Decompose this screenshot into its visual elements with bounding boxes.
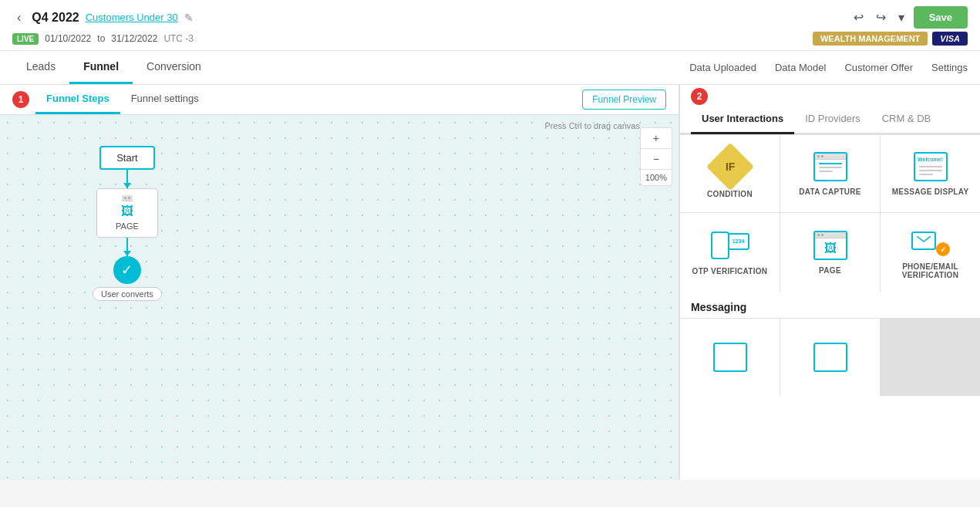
tab-funnel[interactable]: Funnel (69, 51, 133, 84)
panel-badge-row: 2 (680, 85, 980, 105)
otp-icon: 1234 (711, 230, 749, 261)
msg-icon-2 (813, 343, 847, 372)
end-node-label: User converts (93, 287, 162, 301)
data-capture-label: DATA CAPTURE (799, 188, 861, 196)
page-component[interactable]: 🖼 PAGE (780, 213, 880, 292)
condition-if-text: IF (725, 160, 734, 172)
funnel-preview-button[interactable]: Funnel Preview (582, 90, 666, 110)
msg-line-3 (919, 174, 933, 175)
phone-email-component[interactable]: ✓ PHONE/EMAIL VERIFICATION (881, 213, 980, 292)
end-node[interactable]: ✓ (113, 256, 141, 284)
nav-tabs-left: Leads Funnel Conversion (12, 51, 215, 84)
otp-label: OTP VERIFICATION (692, 267, 768, 275)
msg-icon-1 (713, 343, 747, 372)
date-row: LIVE 01/10/2022 to 31/12/2022 UTC -3 WEA… (12, 32, 968, 46)
messaging-section: Messaging (680, 292, 980, 402)
save-button[interactable]: Save (914, 6, 968, 29)
nav-data-model[interactable]: Data Model (775, 62, 826, 73)
node-page-header (122, 195, 133, 201)
nav-tabs-right: Data Uploaded Data Model Customer Offer … (689, 62, 968, 73)
flow-arrow-1 (126, 170, 128, 188)
funnel-step-badge: 1 (12, 91, 29, 108)
tab-leads[interactable]: Leads (12, 51, 69, 84)
canvas-hint: Press Ctrl to drag canvas (545, 121, 641, 130)
funnel-panel-tabs: 1 Funnel Steps Funnel settings Funnel Pr… (0, 85, 679, 115)
node-page-body: 🖼 (121, 204, 133, 218)
page-icon-body: 🖼 (815, 238, 846, 259)
message-display-component[interactable]: Welcome! MESSAGE DISPLAY (881, 135, 980, 212)
back-button[interactable]: ‹ (12, 9, 25, 26)
nav-customer-offer[interactable]: Customer Offer (844, 62, 913, 73)
header-right: ↩ ↪ ▾ Save (850, 6, 968, 29)
funnel-tab-settings[interactable]: Funnel settings (120, 85, 210, 114)
message-display-label: MESSAGE DISPLAY (892, 188, 969, 196)
comp-tab-crm-db[interactable]: CRM & DB (871, 105, 942, 134)
wealth-badge: WEALTH MANAGEMENT (813, 32, 928, 46)
undo-button[interactable]: ↩ (850, 7, 867, 28)
messaging-grid (680, 318, 980, 396)
flow-arrow-2 (126, 238, 128, 256)
condition-label: CONDITION (707, 190, 753, 198)
welcome-text: Welcome! (915, 157, 946, 162)
dc-line-2 (819, 167, 842, 168)
components-grid: IF CONDITION DATA CAPTURE (680, 134, 980, 292)
edit-icon[interactable]: ✎ (184, 12, 194, 24)
zoom-in-button[interactable]: + (647, 128, 665, 148)
dc-header (815, 154, 846, 160)
nav-data-uploaded[interactable]: Data Uploaded (689, 62, 756, 73)
zoom-out-button[interactable]: − (647, 149, 665, 169)
funnel-tab-steps[interactable]: Funnel Steps (35, 85, 120, 114)
start-node[interactable]: Start (99, 146, 154, 170)
comp-panel-tabs: User Interactions ID Providers CRM & DB (680, 105, 980, 134)
page-image-icon: 🖼 (121, 204, 133, 218)
dc-dot-2 (821, 155, 823, 157)
header-left: ‹ Q4 2022 Customers Under 30 ✎ (12, 9, 194, 26)
condition-icon: IF (706, 142, 753, 190)
funnel-panel: 1 Funnel Steps Funnel settings Funnel Pr… (0, 85, 679, 480)
components-badge: 2 (691, 88, 708, 105)
date-from: 01/10/2022 (45, 33, 91, 44)
top-header: ‹ Q4 2022 Customers Under 30 ✎ ↩ ↪ ▾ Sav… (0, 0, 980, 51)
data-capture-icon (813, 152, 847, 181)
nav-settings[interactable]: Settings (931, 62, 968, 73)
check-badge: ✓ (936, 242, 950, 256)
comp-tab-user-interactions[interactable]: User Interactions (691, 105, 794, 134)
envelope-svg (917, 236, 931, 245)
header-row-1: ‹ Q4 2022 Customers Under 30 ✎ ↩ ↪ ▾ Sav… (12, 6, 968, 29)
funnel-flow: Start 🖼 PAGE ✓ User converts (93, 146, 162, 301)
otp-number: 1234 (732, 238, 745, 244)
phone-email-icon: ✓ (911, 225, 950, 256)
main-content: 1 Funnel Steps Funnel settings Funnel Pr… (0, 85, 980, 480)
page-dot-2 (128, 197, 130, 199)
dc-dot-1 (817, 155, 820, 157)
envelope-icon (911, 232, 936, 250)
components-panel: 2 User Interactions ID Providers CRM & D… (679, 85, 980, 480)
date-left: LIVE 01/10/2022 to 31/12/2022 UTC -3 (12, 33, 194, 45)
otp-card: 1234 (728, 233, 749, 250)
utc-label: UTC -3 (163, 33, 194, 44)
segment-link[interactable]: Customers Under 30 (86, 12, 178, 23)
data-capture-component[interactable]: DATA CAPTURE (780, 135, 880, 212)
otp-phone (711, 232, 729, 259)
redo-button[interactable]: ↪ (873, 7, 889, 28)
date-separator: to (97, 33, 105, 44)
page-comp-label: PAGE (819, 266, 841, 275)
dropdown-button[interactable]: ▾ (895, 7, 908, 28)
page-node[interactable]: 🖼 PAGE (96, 188, 158, 238)
msg-line-1 (919, 166, 942, 167)
tab-conversion[interactable]: Conversion (133, 51, 215, 84)
date-to: 31/12/2022 (111, 33, 157, 44)
zoom-controls: + − 100% (640, 127, 672, 186)
page-icon-header (815, 232, 846, 238)
messaging-item-1[interactable] (680, 319, 780, 396)
comp-tab-id-providers[interactable]: ID Providers (794, 105, 871, 134)
zoom-level: 100% (641, 170, 672, 185)
page-node-label: PAGE (116, 221, 139, 231)
page-comp-icon: 🖼 (813, 231, 847, 260)
canvas-area[interactable]: Press Ctrl to drag canvas + − 100% Start (0, 115, 679, 480)
otp-verification-component[interactable]: 1234 OTP VERIFICATION (680, 213, 780, 292)
condition-component[interactable]: IF CONDITION (680, 135, 780, 212)
page-icon-dot-2 (821, 234, 823, 236)
messaging-item-2[interactable] (780, 319, 880, 396)
msg-line-2 (919, 170, 942, 171)
